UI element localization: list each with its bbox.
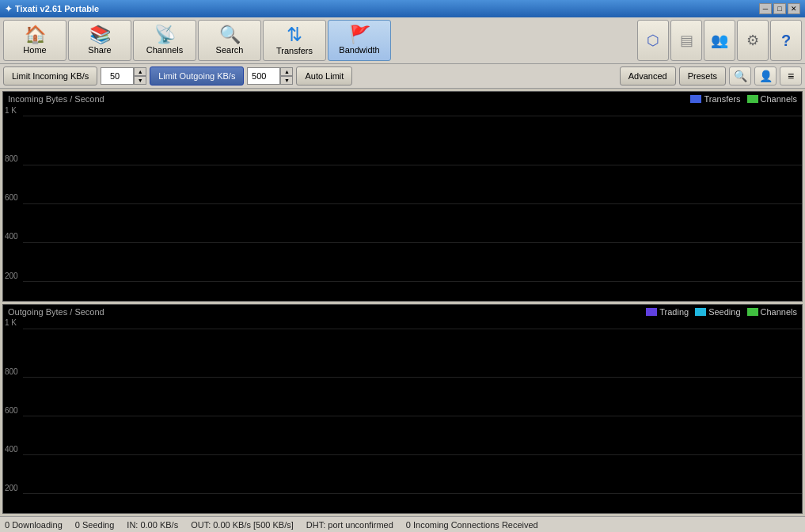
seeding-legend-color <box>695 308 706 316</box>
gear-icon-btn[interactable]: ⚙ <box>737 20 769 61</box>
presets-button[interactable]: Presets <box>679 66 726 86</box>
hdd-icon: ▤ <box>680 32 693 49</box>
search-button[interactable]: 🔍 Search <box>198 20 261 61</box>
channels-label: Channels <box>146 45 183 55</box>
out-channels-legend-label: Channels <box>761 307 797 317</box>
outgoing-up-arrow[interactable]: ▲ <box>280 67 293 76</box>
incoming-grid-label-200: 200 <box>5 271 18 279</box>
limit-incoming-label: Limit Incoming KB/s <box>12 71 89 81</box>
search-user-icon-btn[interactable]: 🔍 <box>729 66 751 86</box>
menu-icon-btn[interactable]: ≡ <box>780 66 802 86</box>
outgoing-chart-header: Outgoing Bytes / Second Trading Seeding … <box>3 305 802 319</box>
outgoing-grid-label-1k: 1 K <box>5 318 17 327</box>
incoming-grid-line-400 <box>23 242 802 243</box>
outgoing-chart-legend: Trading Seeding Channels <box>646 307 797 317</box>
seeding-status: 0 Seeding <box>75 520 115 530</box>
bandwidth-button[interactable]: 🚩 Bandwidth <box>328 20 391 61</box>
transfers-legend-color <box>690 95 701 103</box>
outgoing-grid-line-800 <box>23 377 802 378</box>
gear-icon: ⚙ <box>746 32 759 49</box>
incoming-value-input[interactable] <box>101 67 134 85</box>
home-button[interactable]: 🏠 Home <box>3 20 66 61</box>
incoming-grid-label-800: 800 <box>5 154 18 163</box>
channels-button[interactable]: 📡 Channels <box>133 20 196 61</box>
outgoing-grid-label-600: 600 <box>5 405 18 414</box>
advanced-button[interactable]: Advanced <box>620 66 676 86</box>
channels-legend-label: Channels <box>761 94 797 104</box>
auto-limit-label: Auto Limit <box>305 71 344 81</box>
auto-limit-button[interactable]: Auto Limit <box>296 66 352 86</box>
incoming-grid-line-800 <box>23 165 802 165</box>
limit-outgoing-label: Limit Outgoing KB/s <box>158 71 235 81</box>
incoming-down-arrow[interactable]: ▼ <box>134 76 146 85</box>
title-bar: ✦ Tixati v2.61 Portable ─ □ ✕ <box>0 0 805 17</box>
network-icon: ⬡ <box>647 32 659 49</box>
channels-icon: 📡 <box>154 26 176 44</box>
outgoing-grid-line-1k <box>23 329 802 329</box>
outgoing-chart: Outgoing Bytes / Second Trading Seeding … <box>2 304 803 515</box>
incoming-chart-legend: Transfers Channels <box>690 94 797 104</box>
network-icon-btn[interactable]: ⬡ <box>637 20 669 61</box>
out-speed-status: OUT: 0.00 KB/s [500 KB/s] <box>191 520 294 530</box>
close-button[interactable]: ✕ <box>788 3 800 14</box>
search-user-icon: 🔍 <box>734 70 747 82</box>
app-icon: ✦ <box>5 4 12 14</box>
people-icon: 👥 <box>711 32 728 49</box>
incoming-up-arrow[interactable]: ▲ <box>134 67 146 76</box>
incoming-grid-line-600 <box>23 203 802 204</box>
incoming-value-spinner[interactable]: ▲ ▼ <box>101 67 146 85</box>
help-icon: ? <box>781 32 791 50</box>
outgoing-grid-line-400 <box>23 454 802 455</box>
share-label: Share <box>88 45 111 55</box>
downloading-status: 0 Downloading <box>5 520 63 530</box>
home-label: Home <box>23 45 46 55</box>
people-icon-btn[interactable]: 👥 <box>704 20 735 61</box>
hdd-icon-btn[interactable]: ▤ <box>670 20 702 61</box>
bandwidth-label: Bandwidth <box>339 45 379 55</box>
outgoing-grid-label-200: 200 <box>5 484 18 492</box>
incoming-grid-label-600: 600 <box>5 193 18 202</box>
incoming-chart: Incoming Bytes / Second Transfers Channe… <box>2 91 803 302</box>
outgoing-value-input[interactable] <box>247 67 280 85</box>
outgoing-down-arrow[interactable]: ▼ <box>280 76 293 85</box>
transfers-button[interactable]: ⇅ Transfers <box>263 20 326 61</box>
outgoing-spinner-arrows: ▲ ▼ <box>280 67 293 85</box>
transfers-icon: ⇅ <box>287 25 302 44</box>
share-icon: 📚 <box>89 26 111 44</box>
transfers-label: Transfers <box>276 46 313 55</box>
window-controls: ─ □ ✕ <box>759 3 800 14</box>
channels-legend-item: Channels <box>747 94 797 104</box>
minimize-button[interactable]: ─ <box>759 3 772 14</box>
advanced-label: Advanced <box>628 71 667 81</box>
outgoing-grid-line-200 <box>23 493 802 494</box>
outgoing-grid-label-800: 800 <box>5 367 18 375</box>
limit-outgoing-button[interactable]: Limit Outgoing KB/s <box>150 66 244 86</box>
incoming-grid-label-400: 400 <box>5 232 18 241</box>
seeding-legend-label: Seeding <box>708 307 740 317</box>
outgoing-chart-grid: 1 K 800 600 400 200 <box>3 319 802 514</box>
share-button[interactable]: 📚 Share <box>68 20 131 61</box>
menu-icon: ≡ <box>788 70 794 82</box>
app-title: Tixati v2.61 Portable <box>15 4 99 13</box>
user-icon-btn[interactable]: 👤 <box>754 66 777 86</box>
in-speed-status: IN: 0.00 KB/s <box>127 520 178 530</box>
incoming-chart-header: Incoming Bytes / Second Transfers Channe… <box>3 92 802 106</box>
bandwidth-icon: 🚩 <box>349 26 370 44</box>
limit-incoming-button[interactable]: Limit Incoming KB/s <box>3 66 97 86</box>
outgoing-grid-line-600 <box>23 416 802 416</box>
outgoing-chart-title: Outgoing Bytes / Second <box>8 307 104 317</box>
outgoing-grid-label-400: 400 <box>5 444 18 453</box>
home-icon: 🏠 <box>25 26 46 44</box>
presets-label: Presets <box>688 71 717 81</box>
incoming-spinner-arrows: ▲ ▼ <box>134 67 146 85</box>
maximize-button[interactable]: □ <box>773 3 786 14</box>
incoming-grid-line-1k <box>23 116 802 116</box>
trading-legend-label: Trading <box>659 307 689 317</box>
outgoing-value-spinner[interactable]: ▲ ▼ <box>247 67 293 85</box>
incoming-grid-line-200 <box>23 281 802 282</box>
connections-status: 0 Incoming Connections Received <box>406 520 538 530</box>
incoming-grid-label-1k: 1 K <box>5 105 17 114</box>
transfers-legend-item: Transfers <box>690 94 740 104</box>
status-bar: 0 Downloading 0 Seeding IN: 0.00 KB/s OU… <box>0 516 805 532</box>
help-icon-btn[interactable]: ? <box>770 20 802 61</box>
